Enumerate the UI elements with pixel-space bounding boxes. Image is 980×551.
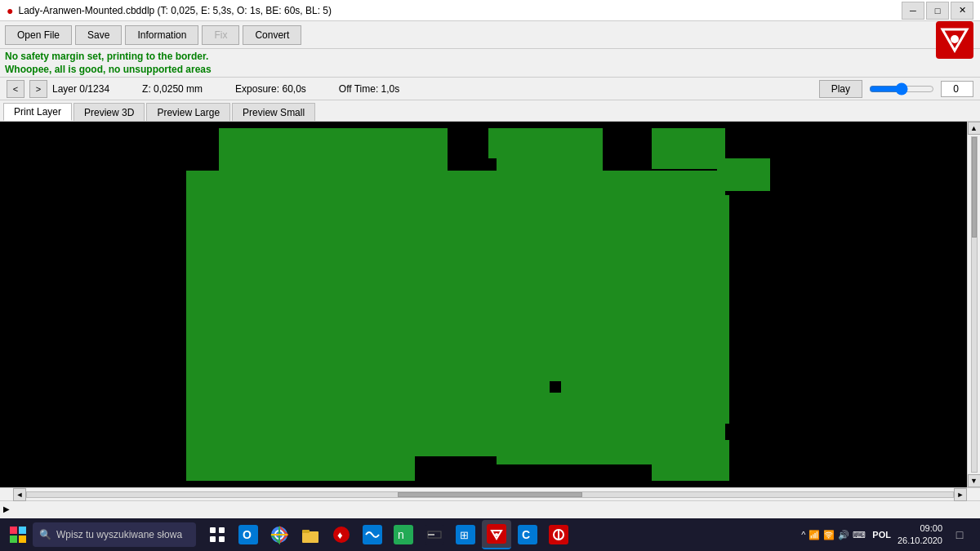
bottom-strip: ▶	[0, 500, 980, 517]
app9-taskbar[interactable]: ⊞	[451, 520, 480, 549]
information-button[interactable]: Information	[125, 25, 198, 45]
layer-slider[interactable]	[869, 82, 934, 96]
svg-text:⊞: ⊞	[460, 529, 469, 541]
app5-taskbar[interactable]: ♦	[327, 520, 356, 549]
tab-preview-small[interactable]: Preview Small	[232, 103, 315, 121]
title-bar: ● Lady-Aranwen-Mounted.cbddlp (T: 0,025,…	[0, 0, 980, 21]
scroll-down-arrow[interactable]: ▼	[968, 474, 981, 487]
taskbar-search[interactable]: 🔍 Wpisz tu wyszukiwane słowa	[33, 522, 196, 547]
tab-print-layer[interactable]: Print Layer	[3, 103, 72, 121]
system-icons: ^ 📶 🛜 🔊 ⌨	[801, 530, 866, 540]
taskview-button[interactable]	[203, 520, 232, 549]
svg-rect-49	[302, 530, 310, 533]
taskbar-apps: O ♦	[203, 520, 573, 549]
layer-off-time: Off Time: 1,0s	[339, 83, 399, 95]
save-button[interactable]: Save	[75, 25, 122, 45]
minimize-button[interactable]: ─	[902, 2, 924, 20]
svg-point-1	[951, 35, 959, 43]
svg-text:C: C	[522, 528, 530, 541]
svg-rect-40	[219, 527, 225, 533]
bottom-arrow[interactable]: ▶	[3, 504, 10, 513]
svg-rect-36	[19, 527, 26, 534]
svg-point-61	[495, 533, 498, 536]
convert-button[interactable]: Convert	[243, 25, 301, 45]
svg-rect-26	[219, 128, 448, 173]
svg-rect-34	[725, 330, 729, 358]
horizontal-scrollbar[interactable]: ◄ ►	[0, 487, 980, 500]
v-scroll-track[interactable]	[971, 136, 978, 473]
chrome-app[interactable]	[265, 520, 294, 549]
outlook-app[interactable]: O	[234, 520, 263, 549]
toolbar: Open File Save Information Fix Convert	[0, 21, 980, 49]
svg-rect-42	[219, 536, 225, 542]
taskbar-clock[interactable]: 09:00 26.10.2020	[898, 522, 942, 548]
info-bar: No safety margin set, printing to the bo…	[0, 49, 980, 78]
explorer-app[interactable]	[296, 520, 325, 549]
svg-rect-32	[652, 440, 729, 481]
taskbar: 🔍 Wpisz tu wyszukiwane słowa O	[0, 518, 980, 551]
window-controls: ─ □ ✕	[902, 2, 973, 20]
h-scroll-track[interactable]	[26, 491, 954, 498]
svg-text:n: n	[398, 528, 404, 541]
chevron-icon[interactable]: ^	[801, 530, 805, 540]
svg-rect-25	[676, 195, 729, 424]
open-file-button[interactable]: Open File	[5, 25, 72, 45]
play-button[interactable]: Play	[819, 80, 862, 98]
notification-button[interactable]: □	[949, 524, 970, 545]
brand-logo	[936, 21, 973, 59]
svg-text:♦: ♦	[337, 529, 343, 541]
window-title: Lady-Aranwen-Mounted.cbddlp (T: 0,025, E…	[18, 5, 332, 16]
svg-rect-38	[19, 535, 26, 543]
tab-preview-3d[interactable]: Preview 3D	[74, 103, 145, 121]
close-button[interactable]: ✕	[951, 2, 973, 20]
layer-exposure: Exposure: 60,0s	[235, 83, 306, 95]
fix-button[interactable]: Fix	[202, 25, 239, 45]
vertical-scrollbar[interactable]: ▲ ▼	[967, 122, 980, 487]
keyboard-icon[interactable]: ⌨	[853, 530, 866, 540]
search-text: Wpisz tu wyszukiwane słowa	[56, 529, 182, 540]
slider-container	[869, 82, 934, 96]
maximize-button[interactable]: □	[926, 2, 949, 20]
svg-rect-37	[10, 535, 17, 543]
wifi-icon[interactable]: 🛜	[823, 530, 835, 540]
canvas-area: ▲ ▼	[0, 122, 980, 487]
app-icon: ●	[7, 4, 13, 17]
info-line-1: No safety margin set, printing to the bo…	[5, 51, 931, 62]
tabs: Print Layer Preview 3D Preview Large Pre…	[0, 100, 980, 122]
start-button[interactable]	[3, 520, 33, 549]
layer-bar: < > Layer 0/1234 Z: 0,0250 mm Exposure: …	[0, 78, 980, 100]
app10-taskbar[interactable]	[482, 520, 511, 549]
search-icon: 🔍	[39, 529, 51, 540]
h-scroll-thumb[interactable]	[398, 492, 583, 497]
layer-prev-button[interactable]: <	[7, 80, 24, 98]
layer-number-input[interactable]	[941, 81, 973, 97]
svg-rect-57	[428, 534, 434, 535]
app7-taskbar[interactable]: n	[389, 520, 418, 549]
layer-next-button[interactable]: >	[29, 80, 47, 98]
scroll-left-arrow[interactable]: ◄	[13, 488, 26, 501]
app6-taskbar[interactable]	[358, 520, 387, 549]
scroll-right-arrow[interactable]: ►	[954, 488, 967, 501]
svg-rect-33	[550, 381, 561, 393]
app8-taskbar[interactable]	[420, 520, 449, 549]
svg-rect-27	[497, 128, 603, 173]
volume-icon[interactable]: 🔊	[838, 530, 849, 540]
info-line-2: Whoopee, all is good, no unsupported are…	[5, 64, 931, 75]
scroll-up-arrow[interactable]: ▲	[968, 122, 981, 135]
svg-rect-41	[210, 536, 216, 542]
app11-taskbar[interactable]: C	[513, 520, 542, 549]
clock-date: 26.10.2020	[898, 535, 942, 547]
network-icon[interactable]: 📶	[808, 530, 820, 540]
svg-rect-48	[302, 531, 318, 543]
svg-rect-30	[415, 456, 497, 485]
taskbar-system-tray: ^ 📶 🛜 🔊 ⌨ POL 09:00 26.10.2020 □	[801, 522, 977, 548]
svg-text:O: O	[243, 528, 252, 541]
svg-rect-28	[186, 440, 415, 481]
layer-z: Z: 0,0250 mm	[142, 83, 203, 95]
v-scroll-thumb[interactable]	[972, 137, 977, 238]
tab-preview-large[interactable]: Preview Large	[146, 103, 230, 121]
language-badge[interactable]: POL	[872, 530, 891, 540]
layer-svg-precise	[0, 122, 967, 487]
clock-time: 09:00	[898, 522, 942, 535]
app12-taskbar[interactable]	[544, 520, 573, 549]
